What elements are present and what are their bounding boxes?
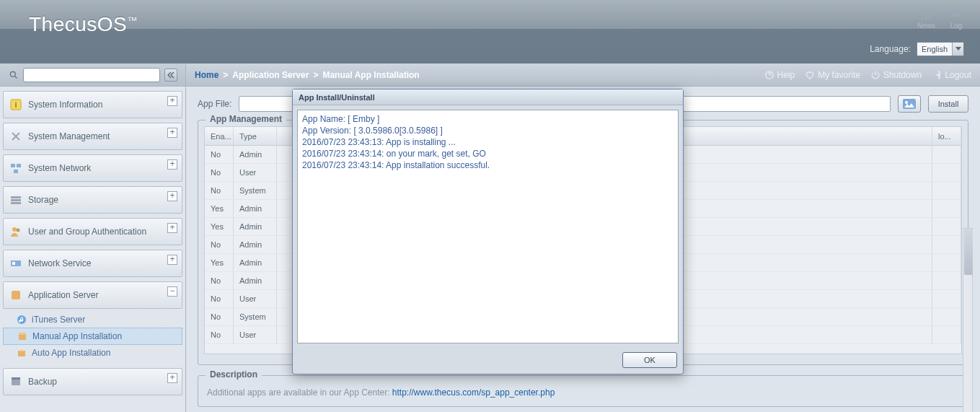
- column-enable[interactable]: Ena...: [205, 127, 234, 145]
- modal-log-text[interactable]: App Name: [ Emby ] App Version: [ 3.0.59…: [297, 110, 679, 343]
- cell-type: User: [234, 326, 277, 343]
- sidebar-item-network-service[interactable]: Network Service +: [3, 250, 182, 277]
- breadcrumb-cell: Home > Application Server > Manual App I…: [186, 63, 980, 87]
- news-button[interactable]: News: [917, 9, 935, 30]
- language-select[interactable]: English: [917, 42, 964, 56]
- log-button[interactable]: Log: [948, 9, 964, 30]
- breadcrumb-sep: >: [223, 70, 228, 80]
- sidebar-child-itunes-server[interactable]: iTunes Server: [3, 312, 182, 328]
- cell-lo: [932, 164, 961, 181]
- svg-point-1: [10, 71, 15, 76]
- svg-point-11: [12, 227, 17, 232]
- cell-enable: No: [205, 146, 234, 163]
- sidebar-item-application-server[interactable]: Application Server −: [3, 281, 182, 309]
- sidebar-item-system-management[interactable]: System Management +: [3, 123, 182, 150]
- modal-body: App Name: [ Emby ] App Version: [ 3.0.59…: [293, 105, 683, 348]
- sidebar-item-backup[interactable]: Backup +: [3, 368, 182, 395]
- svg-point-12: [17, 229, 20, 232]
- expand-icon[interactable]: +: [167, 159, 177, 170]
- sidebar-item-label: Application Server: [28, 290, 98, 300]
- search-cell: [0, 63, 186, 87]
- sidebar-child-label: Auto App Installation: [32, 348, 110, 358]
- modal-title[interactable]: App Install/Uninstall: [293, 89, 683, 105]
- logout-button[interactable]: Logout: [932, 70, 971, 80]
- cell-enable: No: [205, 182, 234, 199]
- expand-icon[interactable]: +: [167, 96, 177, 106]
- svg-rect-9: [11, 199, 21, 201]
- cell-type: Admin: [234, 272, 277, 289]
- collapse-icon[interactable]: −: [167, 286, 177, 297]
- description-text: Additional apps are available in our App…: [207, 387, 392, 398]
- breadcrumb-sep: >: [313, 70, 318, 80]
- logout-label: Logout: [945, 70, 971, 80]
- info-icon: i: [9, 98, 22, 111]
- column-type[interactable]: Type: [234, 127, 277, 145]
- sidebar-item-user-group-auth[interactable]: User and Group Authentication +: [3, 218, 182, 245]
- cell-lo: [932, 200, 961, 217]
- column-lo[interactable]: lo...: [932, 127, 961, 145]
- sidebar-item-label: System Information: [28, 100, 102, 110]
- browse-file-button[interactable]: [898, 95, 921, 113]
- log-label: Log: [950, 22, 963, 30]
- ok-button[interactable]: OK: [622, 352, 677, 368]
- package-icon: [17, 330, 28, 342]
- power-icon: [870, 70, 880, 80]
- sidebar-child-label: Manual App Installation: [32, 331, 122, 341]
- expand-icon[interactable]: +: [167, 191, 177, 201]
- description-link[interactable]: http://www.thecus.com/sp_app_center.php: [392, 387, 555, 398]
- brand-logo: ThecusOS™: [29, 13, 138, 36]
- expand-icon[interactable]: +: [167, 255, 177, 265]
- cell-enable: No: [205, 326, 234, 343]
- language-value: English: [917, 45, 952, 53]
- svg-rect-14: [12, 262, 15, 265]
- cell-enable: Yes: [205, 254, 234, 271]
- favorite-button[interactable]: My favorite: [805, 70, 860, 80]
- search-input[interactable]: [23, 68, 160, 82]
- collapse-sidebar-button[interactable]: [164, 69, 177, 82]
- help-icon: [764, 70, 774, 80]
- scrollbar-thumb[interactable]: [964, 229, 973, 275]
- tools-icon: [9, 130, 22, 143]
- install-button[interactable]: Install: [928, 95, 968, 113]
- cell-enable: No: [205, 308, 234, 325]
- expand-icon[interactable]: +: [167, 128, 177, 138]
- header-right: News Log: [917, 9, 964, 30]
- cell-type: Admin: [234, 218, 277, 235]
- breadcrumb-home[interactable]: Home: [195, 70, 218, 80]
- cell-type: System: [234, 182, 277, 199]
- search-icon: [7, 69, 20, 82]
- app-header: ThecusOS™ News Log Language: English: [0, 0, 980, 63]
- cell-enable: No: [205, 236, 234, 253]
- image-icon: [903, 99, 916, 109]
- sidebar-item-label: Storage: [28, 195, 58, 205]
- music-icon: [16, 314, 27, 325]
- svg-rect-8: [11, 196, 21, 198]
- cell-enable: No: [205, 290, 234, 307]
- sidebar-item-system-network[interactable]: System Network +: [3, 154, 182, 182]
- sidebar-item-label: Backup: [28, 377, 57, 387]
- backup-icon: [9, 375, 22, 388]
- svg-rect-19: [18, 351, 25, 356]
- sidebar-item-storage[interactable]: Storage +: [3, 186, 182, 214]
- svg-rect-7: [14, 170, 18, 173]
- chevron-down-icon: [952, 43, 963, 56]
- sidebar-child-label: iTunes Server: [32, 315, 85, 325]
- sidebar-item-label: System Network: [28, 163, 91, 173]
- cell-type: Admin: [234, 254, 277, 271]
- sidebar-item-system-information[interactable]: i System Information +: [3, 91, 182, 118]
- description-legend: Description: [206, 369, 262, 380]
- svg-rect-17: [19, 334, 26, 340]
- service-icon: [9, 257, 22, 270]
- expand-icon[interactable]: +: [167, 223, 177, 233]
- scrollbar-track[interactable]: [963, 228, 973, 412]
- help-button[interactable]: Help: [764, 70, 795, 80]
- sidebar-child-auto-app-installation[interactable]: Auto App Installation: [3, 345, 182, 361]
- expand-icon[interactable]: +: [167, 373, 177, 383]
- breadcrumb-item[interactable]: Application Server: [232, 70, 309, 80]
- sidebar-item-label: User and Group Authentication: [28, 227, 146, 237]
- sidebar: i System Information + System Management…: [0, 87, 186, 412]
- sidebar-child-manual-app-installation[interactable]: Manual App Installation: [3, 328, 182, 345]
- svg-point-0: [922, 18, 924, 20]
- cell-enable: No: [205, 272, 234, 289]
- shutdown-button[interactable]: Shutdown: [870, 70, 922, 80]
